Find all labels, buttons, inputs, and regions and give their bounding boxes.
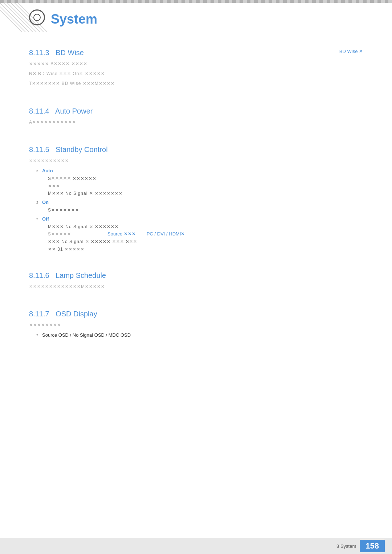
- standby-item-off: Off M✕✕✕ No Signal ✕ ✕✕✕✕✕✕ S✕✕✕✕✕ Sourc…: [36, 216, 363, 253]
- osd-list: Source OSD / No Signal OSD / MDC OSD: [29, 332, 363, 339]
- page-title: System: [51, 10, 363, 27]
- standby-list: Auto S✕✕✕✕✕ ✕✕✕✕✕✕ ✕✕✕ M✕✕✕ No Signal ✕ …: [29, 167, 363, 253]
- section-heading-8-11-6: 8.11.6 Lamp Schedule: [29, 271, 363, 280]
- spacer-2: [29, 129, 363, 135]
- spacer-3: [29, 255, 363, 260]
- section-title-8-11-4: Auto Power: [55, 107, 93, 115]
- osd-intro: ✕✕✕✕✕✕✕✕: [29, 322, 363, 329]
- section-number-8-11-3: 8.11.3: [29, 49, 49, 57]
- section-number-8-11-6: 8.11.6: [29, 271, 49, 279]
- section-number-8-11-7: 8.11.7: [29, 310, 49, 318]
- page-footer: 8 System 158: [0, 538, 392, 554]
- standby-auto-label: Auto: [42, 168, 53, 173]
- section-heading-8-11-5: 8.11.5 Standby Control: [29, 145, 363, 154]
- standby-off-sub-4: ✕✕ 31 ✕✕✕✕✕: [42, 247, 85, 252]
- section-number-8-11-4: 8.11.4: [29, 107, 49, 115]
- section-heading-8-11-3: BD Wise ✕ 8.11.3 BD Wise: [29, 49, 363, 57]
- section-title-8-11-7: OSD Display: [56, 310, 97, 318]
- footer-page-number: 158: [360, 540, 385, 552]
- svg-line-3: [4, 3, 33, 32]
- section-title-8-11-5: Standby Control: [56, 145, 107, 153]
- standby-auto-sub-2: ✕✕✕: [42, 184, 60, 189]
- standby-intro: ✕✕✕✕✕✕✕✕✕✕: [29, 157, 363, 164]
- section-8-11-5: 8.11.5 Standby Control ✕✕✕✕✕✕✕✕✕✕ Auto S…: [29, 145, 363, 253]
- logo-circle: [29, 9, 45, 25]
- section-8-11-4: 8.11.4 Auto Power A✕✕✕✕✕✕✕✕✕✕✕: [29, 107, 363, 126]
- standby-auto-sub-3: M✕✕✕ No Signal ✕ ✕✕✕✕✕✕✕: [42, 191, 123, 196]
- section-heading-8-11-4: 8.11.4 Auto Power: [29, 107, 363, 115]
- standby-off-sub-2: S✕✕✕✕✕ Source ✕✕✕ PC / DVI / HDMI✕: [42, 231, 185, 237]
- standby-on-label: On: [42, 200, 49, 205]
- section-title-8-11-6: Lamp Schedule: [56, 271, 106, 279]
- bd-wise-body-3: T✕✕✕✕✕✕✕ BD Wise ✕✕✕M✕✕✕✕: [29, 80, 363, 87]
- svg-line-2: [0, 3, 29, 32]
- bd-wise-body-1: ✕✕✕✕✕ B✕✕✕✕ ✕✕✕✕: [29, 61, 363, 67]
- standby-off-label: Off: [42, 216, 49, 222]
- section-8-11-3: BD Wise ✕ 8.11.3 BD Wise ✕✕✕✕✕ B✕✕✕✕ ✕✕✕…: [29, 49, 363, 87]
- logo-inner-circle: [33, 14, 41, 21]
- section-number-8-11-5: 8.11.5: [29, 145, 49, 153]
- lamp-schedule-body: ✕✕✕✕✕✕✕✕✕✕✕✕✕M✕✕✕✕✕: [29, 283, 363, 290]
- header-area: System: [0, 3, 392, 30]
- standby-off-sub-1: M✕✕✕ No Signal ✕ ✕✕✕✕✕✕: [42, 224, 119, 229]
- section-title-8-11-3: BD Wise: [56, 49, 84, 57]
- section-8-11-7: 8.11.7 OSD Display ✕✕✕✕✕✕✕✕ Source OSD /…: [29, 310, 363, 339]
- svg-line-1: [0, 3, 25, 32]
- spacer-1: [29, 90, 363, 96]
- standby-item-auto: Auto S✕✕✕✕✕ ✕✕✕✕✕✕ ✕✕✕ M✕✕✕ No Signal ✕ …: [36, 167, 363, 197]
- bd-wise-right-note: BD Wise ✕: [339, 49, 363, 54]
- main-content: BD Wise ✕ 8.11.3 BD Wise ✕✕✕✕✕ B✕✕✕✕ ✕✕✕…: [0, 30, 392, 362]
- svg-line-0: [0, 3, 22, 32]
- osd-item-source: Source OSD / No Signal OSD / MDC OSD: [36, 332, 363, 339]
- bd-wise-body-2: N✕ BD Wise ✕✕✕ On✕ ✕✕✕✕✕: [29, 70, 363, 77]
- top-decorative-bar: [0, 0, 392, 3]
- footer-label: 8 System: [336, 543, 356, 549]
- standby-item-on: On S✕✕✕✕✕✕✕: [36, 199, 363, 214]
- standby-auto-sub-1: S✕✕✕✕✕ ✕✕✕✕✕✕: [42, 176, 97, 181]
- auto-power-body: A✕✕✕✕✕✕✕✕✕✕✕: [29, 119, 363, 126]
- standby-off-sub-3: ✕✕✕ No Signal ✕ ✕✕✕✕✕ ✕✕✕ S✕✕: [42, 239, 137, 244]
- section-8-11-6: 8.11.6 Lamp Schedule ✕✕✕✕✕✕✕✕✕✕✕✕✕M✕✕✕✕✕: [29, 271, 363, 290]
- spacer-4: [29, 293, 363, 299]
- standby-on-sub-1: S✕✕✕✕✕✕✕: [42, 208, 79, 213]
- section-heading-8-11-7: 8.11.7 OSD Display: [29, 310, 363, 318]
- osd-source-label: Source OSD / No Signal OSD / MDC OSD: [42, 332, 131, 338]
